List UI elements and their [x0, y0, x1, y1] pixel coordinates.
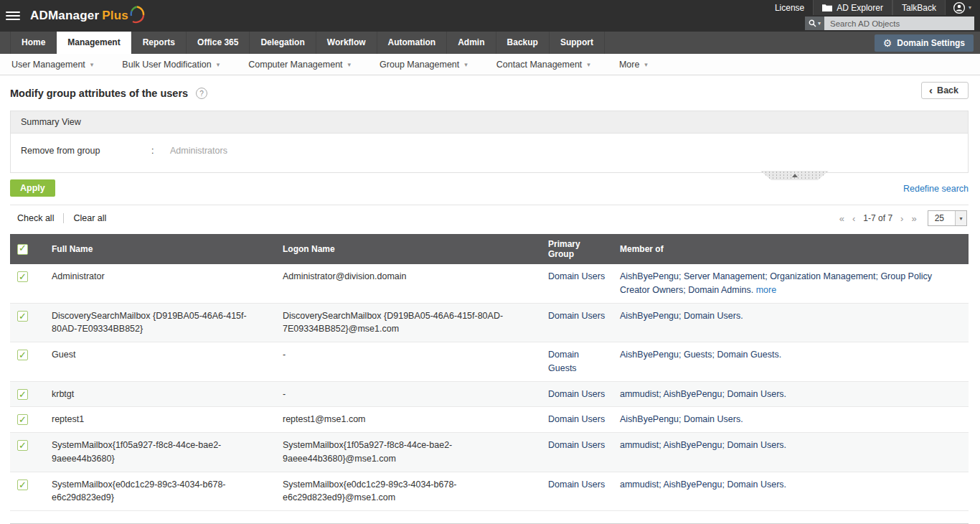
brand-name-secondary: Plus — [102, 9, 128, 23]
row-checkbox[interactable] — [17, 271, 28, 282]
tab-management[interactable]: Management — [57, 32, 131, 54]
chevron-down-icon: ▾ — [90, 61, 94, 68]
row-checkbox[interactable] — [17, 389, 28, 400]
full-name-cell: SystemMailbox{e0dc1c29-89c3-4034-b678-e6… — [44, 472, 275, 511]
subnav-item-label: Contact Management — [496, 60, 583, 70]
users-table: Full Name Logon Name Primary Group Membe… — [10, 234, 969, 511]
column-header-logon-name[interactable]: Logon Name — [275, 234, 541, 264]
column-header-member-of[interactable]: Member of — [613, 234, 969, 264]
row-checkbox[interactable] — [17, 440, 28, 451]
search-scope-button[interactable]: ▾ — [805, 17, 824, 30]
row-select-cell — [10, 407, 44, 433]
subnav-item-computer-management[interactable]: Computer Management▾ — [248, 60, 351, 70]
logon-name-cell: SystemMailbox{1f05a927-f8c8-44ce-bae2-9a… — [275, 433, 541, 472]
tab-home[interactable]: Home — [10, 32, 57, 54]
subnav-item-bulk-user-modification[interactable]: Bulk User Modification▾ — [122, 60, 220, 70]
logon-name-cell: SystemMailbox{e0dc1c29-89c3-4034-b678-e6… — [275, 472, 541, 511]
back-label: Back — [937, 85, 958, 95]
row-select-cell — [10, 303, 44, 342]
list-controls-row: Check all Clear all « ‹ 1-7 of 7 › » 25 … — [10, 205, 969, 231]
subnav-item-user-management[interactable]: User Management▾ — [11, 60, 93, 70]
column-header-full-name[interactable]: Full Name — [44, 234, 275, 264]
tab-automation[interactable]: Automation — [377, 32, 448, 54]
first-page-button[interactable]: « — [839, 214, 844, 223]
summary-label: Remove from group — [21, 146, 151, 156]
main-nav: HomeManagementReportsOffice 365Delegatio… — [0, 32, 980, 54]
logon-name-cell: - — [275, 342, 541, 382]
tab-delegation[interactable]: Delegation — [250, 32, 316, 54]
column-header-primary-group[interactable]: Primary Group — [541, 234, 613, 264]
row-checkbox[interactable] — [17, 311, 28, 322]
subnav-item-label: Computer Management — [248, 60, 342, 70]
tab-backup[interactable]: Backup — [496, 32, 550, 54]
talkback-label: TalkBack — [902, 3, 936, 13]
chevron-down-icon: ▾ — [464, 61, 468, 68]
subnav-item-group-management[interactable]: Group Management▾ — [380, 60, 468, 70]
last-page-button[interactable]: » — [911, 214, 916, 223]
ad-explorer-label: AD Explorer — [837, 3, 883, 13]
summary-colon: : — [151, 146, 170, 156]
table-row: DiscoverySearchMailbox {D919BA05-46A6-41… — [10, 303, 969, 342]
collapse-panel-handle[interactable] — [760, 171, 829, 180]
domain-settings-label: Domain Settings — [897, 38, 965, 48]
chevron-down-icon: ▾ — [818, 20, 821, 27]
row-checkbox[interactable] — [17, 350, 28, 360]
redefine-search-link[interactable]: Redefine search — [903, 184, 969, 194]
subnav: User Management▾Bulk User Modification▾C… — [0, 54, 980, 75]
prev-page-button[interactable]: ‹ — [852, 214, 855, 223]
summary-panel-body: Remove from group : Administrators — [11, 134, 968, 172]
tab-admin[interactable]: Admin — [447, 32, 496, 54]
help-icon[interactable]: ? — [196, 88, 207, 99]
chevron-down-icon: ▾ — [955, 211, 966, 225]
member-of-cell: AishByePengu; Domain Users. — [613, 407, 969, 433]
row-select-cell — [10, 433, 44, 472]
tab-reports[interactable]: Reports — [132, 32, 187, 54]
primary-group-cell: Domain Users — [541, 407, 613, 433]
domain-settings-button[interactable]: ⚙ Domain Settings — [875, 34, 974, 52]
pagination: « ‹ 1-7 of 7 › » 25 ▾ — [839, 210, 967, 226]
more-link[interactable]: more — [756, 285, 776, 295]
row-checkbox[interactable] — [17, 414, 28, 425]
select-all-checkbox[interactable] — [17, 244, 28, 255]
row-checkbox[interactable] — [17, 479, 28, 490]
menu-icon[interactable] — [6, 11, 20, 20]
user-table-body: AdministratorAdministrator@division.doma… — [10, 264, 969, 511]
admanager-plus-window: ADManager Plus License A — [0, 0, 980, 524]
tab-support[interactable]: Support — [550, 32, 605, 54]
row-select-cell — [10, 264, 44, 303]
license-link[interactable]: License — [766, 0, 813, 15]
next-page-button[interactable]: › — [900, 214, 903, 223]
subnav-item-contact-management[interactable]: Contact Management▾ — [496, 60, 590, 70]
user-menu[interactable]: ▾ — [946, 0, 974, 15]
table-header-row: Full Name Logon Name Primary Group Membe… — [10, 234, 969, 264]
table-row: SystemMailbox{1f05a927-f8c8-44ce-bae2-9a… — [10, 433, 969, 472]
user-avatar-icon — [953, 1, 966, 14]
search-input[interactable] — [824, 17, 974, 30]
member-of-cell: AishByePengu; Guests; Domain Guests. — [613, 342, 969, 382]
subnav-item-more[interactable]: More▾ — [619, 60, 648, 70]
ad-explorer-link[interactable]: AD Explorer — [813, 0, 892, 15]
license-label: License — [775, 3, 804, 13]
logon-name-cell: DiscoverySearchMailbox {D919BA05-46A6-41… — [275, 303, 541, 342]
summary-panel-header: Summary View — [11, 111, 968, 134]
talkback-link[interactable]: TalkBack — [892, 0, 946, 15]
member-of-cell: AishByePengu; Server Management; Organiz… — [613, 264, 969, 303]
apply-button[interactable]: Apply — [10, 179, 55, 197]
chevron-down-icon: ▾ — [644, 61, 648, 68]
subnav-item-label: Bulk User Modification — [122, 60, 211, 70]
topbar-left: ADManager Plus — [0, 0, 146, 32]
chevron-left-icon: ‹ — [929, 86, 933, 95]
tab-office-365[interactable]: Office 365 — [187, 32, 250, 54]
logon-name-cell: reptest1@mse1.com — [275, 407, 541, 433]
full-name-cell: krbtgt — [44, 381, 275, 407]
member-of-cell: ammudist; AishByePengu; Domain Users. — [613, 381, 969, 407]
check-all-link[interactable]: Check all — [17, 213, 54, 223]
tab-workflow[interactable]: Workflow — [316, 32, 377, 54]
table-row: reptest1reptest1@mse1.comDomain UsersAis… — [10, 407, 969, 433]
clear-all-link[interactable]: Clear all — [73, 213, 106, 223]
summary-value: Administrators — [170, 146, 227, 156]
brand-logo: ADManager Plus — [30, 8, 146, 24]
back-button[interactable]: ‹ Back — [921, 82, 969, 99]
table-row: AdministratorAdministrator@division.doma… — [10, 264, 969, 303]
page-size-select[interactable]: 25 ▾ — [928, 210, 967, 226]
